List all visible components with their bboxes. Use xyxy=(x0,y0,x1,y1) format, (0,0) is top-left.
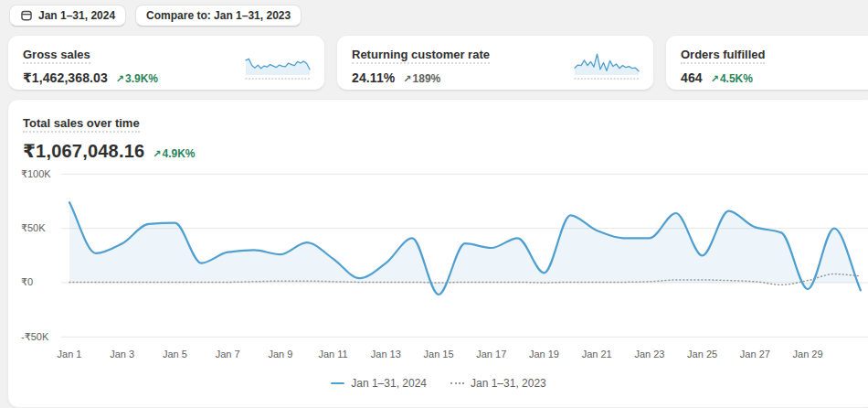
svg-text:Jan 17: Jan 17 xyxy=(476,349,506,360)
gross-sales-change: ↗3.9K% xyxy=(116,72,158,85)
trend-up-icon: ↗ xyxy=(116,73,124,84)
legend-item-2024: Jan 1–31, 2024 xyxy=(331,377,427,390)
legend-item-2023: Jan 1–31, 2023 xyxy=(450,377,546,390)
dotted-line-swatch-icon xyxy=(450,382,464,384)
svg-text:Jan 11: Jan 11 xyxy=(318,349,347,360)
svg-text:Jan 9: Jan 9 xyxy=(268,349,292,360)
date-range-button[interactable]: Jan 1–31, 2024 xyxy=(9,5,126,27)
total-sales-change: ↗4.9K% xyxy=(153,147,195,160)
total-sales-card: Total sales over time ₹1,067,048.16 ↗4.9… xyxy=(7,99,868,408)
trend-up-icon: ↗ xyxy=(153,148,161,159)
sales-line-chart: ₹100K₹50K₹0-₹50KJan 1Jan 3Jan 5Jan 7Jan … xyxy=(8,162,868,365)
metric-cards-row: Gross sales ₹1,462,368.03 ↗3.9K% Returni… xyxy=(7,35,868,91)
svg-text:Jan 13: Jan 13 xyxy=(371,349,401,360)
total-sales-value: ₹1,067,048.16 xyxy=(23,140,144,162)
sales-chart-area: ₹100K₹50K₹0-₹50KJan 1Jan 3Jan 5Jan 7Jan … xyxy=(8,162,868,365)
svg-text:Jan 25: Jan 25 xyxy=(687,349,717,360)
gross-sales-title[interactable]: Gross sales xyxy=(23,48,90,64)
compare-to-button[interactable]: Compare to: Jan 1–31, 2023 xyxy=(135,5,302,27)
svg-text:Jan 15: Jan 15 xyxy=(424,349,454,360)
returning-customer-rate-change: ↗189% xyxy=(403,72,440,85)
calendar-icon xyxy=(20,9,33,22)
svg-text:₹50K: ₹50K xyxy=(21,222,46,233)
svg-text:Jan 1: Jan 1 xyxy=(58,349,82,360)
svg-text:Jan 23: Jan 23 xyxy=(634,349,664,360)
compare-to-label: Compare to: Jan 1–31, 2023 xyxy=(146,9,291,22)
svg-text:Jan 5: Jan 5 xyxy=(163,349,187,360)
svg-text:₹0: ₹0 xyxy=(21,276,33,287)
returning-customer-rate-value: 24.11% xyxy=(352,70,395,85)
svg-text:Jan 29: Jan 29 xyxy=(793,349,823,360)
svg-text:Jan 3: Jan 3 xyxy=(110,349,134,360)
orders-fulfilled-title[interactable]: Orders fulfilled xyxy=(681,48,765,64)
chart-legend: Jan 1–31, 2024 Jan 1–31, 2023 xyxy=(8,377,868,390)
legend-2024-label: Jan 1–31, 2024 xyxy=(351,377,427,390)
metric-card-gross-sales: Gross sales ₹1,462,368.03 ↗3.9K% xyxy=(7,35,325,91)
orders-fulfilled-value: 464 xyxy=(681,70,703,85)
returning-customer-rate-title[interactable]: Returning customer rate xyxy=(352,48,490,64)
svg-text:Jan 19: Jan 19 xyxy=(529,349,559,360)
total-sales-title[interactable]: Total sales over time xyxy=(23,116,140,133)
trend-up-icon: ↗ xyxy=(711,73,719,84)
legend-2023-label: Jan 1–31, 2023 xyxy=(471,377,546,390)
svg-text:-₹50K: -₹50K xyxy=(21,331,49,342)
date-range-label: Jan 1–31, 2024 xyxy=(38,9,115,22)
metric-card-orders-fulfilled: Orders fulfilled 464 ↗4.5K% xyxy=(665,35,868,91)
trend-up-icon: ↗ xyxy=(403,73,411,84)
metric-card-returning-customer-rate: Returning customer rate 24.11% ↗189% xyxy=(336,35,654,91)
gross-sales-sparkline xyxy=(244,48,312,81)
solid-line-swatch-icon xyxy=(331,382,344,384)
svg-text:₹100K: ₹100K xyxy=(21,168,51,179)
gross-sales-value: ₹1,462,368.03 xyxy=(23,70,108,85)
svg-text:Jan 7: Jan 7 xyxy=(216,349,240,360)
analytics-dashboard: { "topbar": { "date_range": "Jan 1–31, 2… xyxy=(0,0,868,408)
date-filter-bar: Jan 1–31, 2024 Compare to: Jan 1–31, 202… xyxy=(0,0,868,27)
svg-text:Jan 27: Jan 27 xyxy=(740,349,770,360)
svg-text:Jan 21: Jan 21 xyxy=(582,349,612,360)
returning-customer-rate-sparkline xyxy=(573,48,640,81)
orders-fulfilled-change: ↗4.5K% xyxy=(711,72,753,85)
